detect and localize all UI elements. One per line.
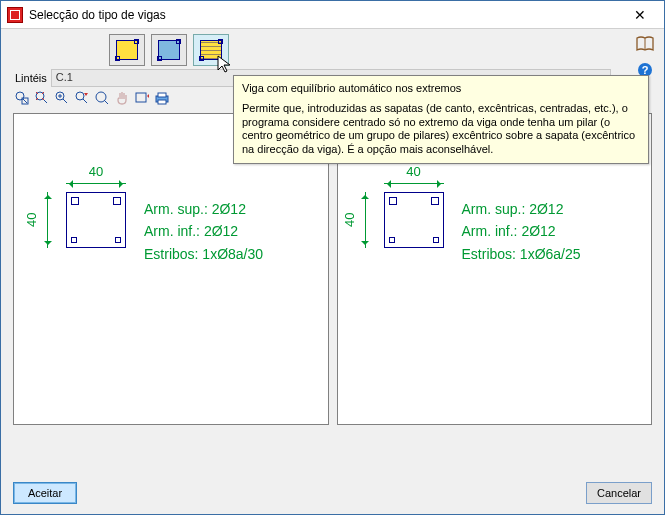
height-dim-2: 40 [342,192,357,248]
svg-point-3 [16,92,24,100]
height-dim-1: 40 [24,192,39,248]
zoom-prev-icon[interactable] [73,89,91,107]
manual-icon[interactable] [636,35,654,53]
width-dim-2: 40 [406,164,420,179]
arm-sup-2: Arm. sup.: 2Ø12 [462,198,581,220]
zoom-realtime-icon[interactable] [93,89,111,107]
arm-inf-1: Arm. inf.: 2Ø12 [144,220,263,242]
rebar-info-2: Arm. sup.: 2Ø12 Arm. inf.: 2Ø12 Estribos… [462,198,581,265]
zoom-extents-icon[interactable] [33,89,51,107]
beam-type-2-button[interactable] [151,34,187,66]
svg-point-12 [76,92,84,100]
svg-rect-16 [136,93,146,102]
window-title: Selecção do tipo de vigas [29,8,622,22]
zoom-window-icon[interactable] [13,89,31,107]
estribos-2: Estribos: 1xØ6a/25 [462,243,581,265]
beam-section-2: 40 40 [366,192,444,248]
arm-sup-1: Arm. sup.: 2Ø12 [144,198,263,220]
redraw-icon[interactable] [133,89,151,107]
svg-rect-18 [158,93,166,97]
zoom-in-icon[interactable] [53,89,71,107]
tooltip: Viga com equilíbrio automático nos extre… [233,75,649,164]
svg-line-15 [104,100,108,104]
linteis-label: Lintéis [15,72,47,84]
beam-type-toolbar [1,29,664,71]
rebar-info-1: Arm. sup.: 2Ø12 Arm. inf.: 2Ø12 Estribos… [144,198,263,265]
svg-line-4 [23,99,27,103]
beam-type-1-button[interactable] [109,34,145,66]
titlebar: Selecção do tipo de vigas ✕ [1,1,664,29]
svg-line-13 [83,99,87,103]
close-button[interactable]: ✕ [622,1,658,28]
accept-button[interactable]: Aceitar [13,482,77,504]
svg-rect-19 [158,100,166,104]
tooltip-title: Viga com equilíbrio automático nos extre… [242,82,640,96]
width-dim-1: 40 [89,164,103,179]
app-icon [7,7,23,23]
beam-type-3-button[interactable] [193,34,229,66]
dialog-window: Selecção do tipo de vigas ✕ ? Lintéis C.… [0,0,665,515]
arm-inf-2: Arm. inf.: 2Ø12 [462,220,581,242]
cancel-button[interactable]: Cancelar [586,482,652,504]
beam-section-1: 40 40 [48,192,126,248]
pan-icon[interactable] [113,89,131,107]
estribos-1: Estribos: 1xØ8a/30 [144,243,263,265]
svg-line-9 [63,99,67,103]
tooltip-body: Permite que, introduzidas as sapatas (de… [242,102,640,157]
print-icon[interactable] [153,89,171,107]
